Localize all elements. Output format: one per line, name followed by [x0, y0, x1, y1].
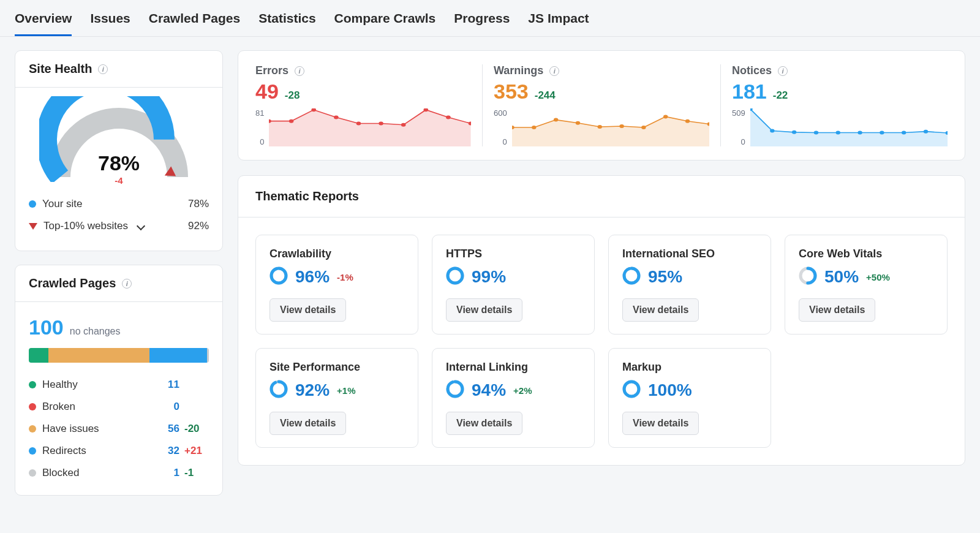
legend-value: 92%	[188, 220, 209, 232]
view-details-button[interactable]: View details	[622, 412, 699, 435]
tab-compare-crawls[interactable]: Compare Crawls	[334, 11, 436, 36]
report-value: 99%	[472, 267, 506, 287]
stat-value: 181	[732, 80, 767, 104]
row-label: Healthy	[42, 379, 78, 391]
gauge-value: 78%	[98, 151, 140, 175]
donut-icon	[446, 380, 464, 401]
tab-overview[interactable]: Overview	[15, 11, 72, 36]
crawled-pages-total: 100	[29, 316, 64, 339]
svg-point-26	[880, 130, 884, 134]
report-title: HTTPS	[446, 248, 581, 266]
svg-point-24	[835, 130, 840, 134]
tab-progress[interactable]: Progress	[454, 11, 510, 36]
row-delta: -1	[179, 467, 209, 479]
report-value: 95%	[648, 267, 682, 287]
report-delta: +1%	[337, 385, 355, 396]
row-value: 56	[153, 423, 179, 435]
stat-title: Errors	[255, 64, 288, 77]
svg-point-23	[813, 130, 818, 134]
row-delta: +21	[179, 445, 209, 457]
view-details-button[interactable]: View details	[270, 412, 346, 435]
report-title: Markup	[622, 361, 757, 380]
tab-js-impact[interactable]: JS Impact	[528, 11, 589, 36]
stat-value: 353	[494, 80, 529, 104]
stat-warnings[interactable]: Warningsi353-2446000	[483, 64, 721, 146]
view-details-button[interactable]: View details	[446, 412, 522, 435]
crawled-pages-row[interactable]: Blocked1-1	[29, 462, 209, 484]
site-health-title: Site Health	[29, 62, 92, 76]
svg-point-5	[379, 121, 384, 125]
legend-label: Your site	[42, 198, 83, 210]
report-value: 96%	[295, 267, 330, 287]
report-site-performance: Site Performance92%+1%View details	[255, 348, 418, 448]
info-icon[interactable]: i	[549, 66, 559, 76]
thematic-reports-card: Thematic Reports Crawlability96%-1%View …	[238, 175, 965, 466]
stat-delta: -244	[535, 89, 556, 102]
svg-point-12	[554, 118, 558, 122]
svg-point-28	[923, 130, 927, 134]
dot-icon	[29, 403, 36, 410]
report-title: International SEO	[622, 248, 757, 266]
info-icon[interactable]: i	[98, 64, 108, 74]
bar-segment-healthy[interactable]	[29, 348, 48, 363]
dot-icon	[29, 381, 36, 388]
site-health-legend-row[interactable]: Top-10% websites92%	[29, 215, 209, 237]
crawled-pages-row[interactable]: Broken0	[29, 396, 209, 418]
legend-value: 78%	[188, 198, 209, 210]
report-value: 92%	[295, 380, 330, 400]
triangle-down-icon	[29, 223, 37, 230]
view-details-button[interactable]: View details	[799, 298, 875, 322]
info-icon[interactable]: i	[122, 279, 132, 289]
svg-point-25	[858, 130, 862, 134]
tab-statistics[interactable]: Statistics	[258, 11, 315, 36]
row-label: Have issues	[42, 423, 99, 435]
svg-point-3	[334, 116, 339, 119]
row-label: Broken	[42, 401, 75, 413]
dot-icon	[29, 200, 36, 208]
report-value: 94%	[472, 380, 506, 400]
site-health-card: Site Health i 78% -4 Your site78%Top-10%…	[15, 50, 223, 251]
bar-segment-have_issues[interactable]	[48, 348, 149, 363]
crawled-pages-note: no changes	[70, 326, 121, 337]
svg-point-13	[575, 121, 579, 125]
row-value: 32	[153, 445, 179, 457]
donut-icon	[622, 380, 641, 401]
crawled-pages-row[interactable]: Have issues56-20	[29, 418, 209, 440]
dot-icon	[29, 469, 36, 477]
svg-point-15	[619, 124, 624, 128]
stat-errors[interactable]: Errorsi49-28810	[255, 64, 483, 146]
thematic-reports-grid: Crawlability96%-1%View detailsHTTPS99%Vi…	[238, 217, 965, 465]
report-delta: +50%	[866, 272, 890, 282]
donut-icon	[446, 266, 464, 287]
chevron-down-icon	[137, 222, 145, 230]
crawled-pages-row[interactable]: Redirects32+21	[29, 440, 209, 462]
svg-point-43	[624, 382, 639, 396]
view-details-button[interactable]: View details	[622, 298, 699, 322]
crawled-pages-rows: Healthy11Broken0Have issues56-20Redirect…	[29, 374, 209, 484]
tab-crawled-pages[interactable]: Crawled Pages	[149, 11, 240, 36]
report-value: 100%	[648, 380, 692, 400]
svg-point-1	[289, 119, 294, 123]
issue-summary-card: Errorsi49-28810Warningsi353-2446000Notic…	[238, 50, 965, 161]
svg-point-8	[447, 116, 451, 119]
view-details-button[interactable]: View details	[446, 298, 522, 322]
report-international-seo: International SEO95%View details	[608, 235, 771, 335]
crawled-pages-row[interactable]: Healthy11	[29, 374, 209, 396]
svg-point-35	[624, 268, 639, 283]
report-https: HTTPS99%View details	[432, 235, 595, 335]
row-label: Blocked	[42, 467, 79, 479]
site-health-header: Site Health i	[15, 51, 222, 88]
stat-value: 49	[255, 80, 279, 104]
row-value: 0	[153, 401, 179, 413]
view-details-button[interactable]: View details	[270, 298, 346, 322]
donut-icon	[270, 380, 288, 401]
bar-segment-blocked[interactable]	[207, 348, 209, 363]
dot-icon	[29, 425, 36, 433]
stat-title: Warnings	[494, 64, 543, 77]
stat-notices[interactable]: Noticesi181-225090	[721, 64, 948, 146]
tab-issues[interactable]: Issues	[90, 11, 130, 36]
row-value: 1	[153, 467, 179, 479]
info-icon[interactable]: i	[295, 66, 304, 76]
bar-segment-redirects[interactable]	[149, 348, 207, 363]
info-icon[interactable]: i	[778, 66, 788, 76]
